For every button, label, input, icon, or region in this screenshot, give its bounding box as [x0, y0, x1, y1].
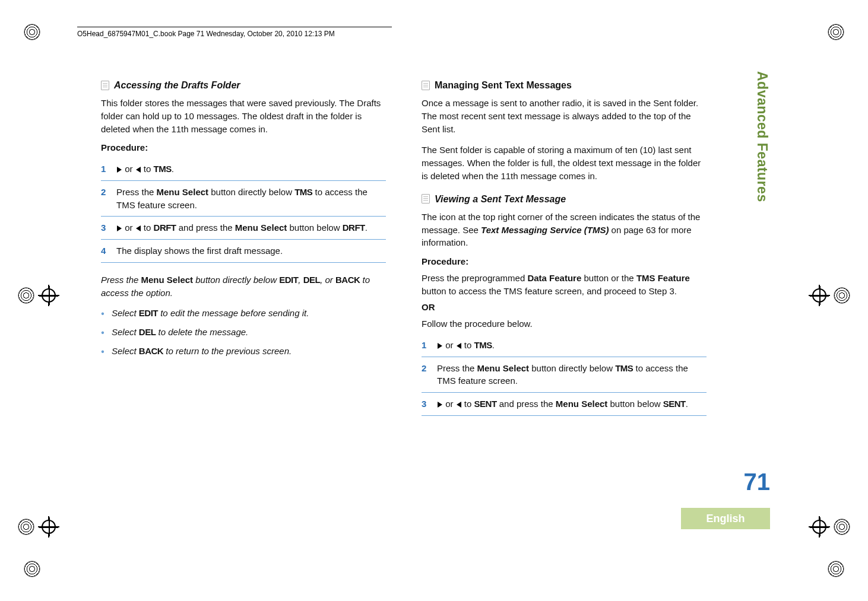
arrow-left-icon: [457, 402, 461, 408]
print-mark-bl: [24, 561, 40, 577]
step-text: Press the Menu Select button directly be…: [437, 362, 707, 388]
print-crosshair-left2: [18, 516, 59, 538]
step-2: 2 Press the Menu Select button directly …: [101, 181, 386, 217]
procedure-steps-left: 1 or to TMS. 2 Press the Menu Select but…: [101, 158, 386, 263]
step-3: 3 or to SENT and press the Menu Select b…: [422, 393, 707, 416]
header-text: O5Head_6875947M01_C.book Page 71 Wednesd…: [77, 30, 335, 38]
heading-text: Managing Sent Text Messages: [435, 78, 572, 92]
arrow-right-icon: [117, 225, 122, 231]
arrow-right-icon: [438, 343, 442, 349]
print-crosshair-right2: [809, 516, 850, 538]
step-2: 2 Press the Menu Select button directly …: [422, 357, 707, 393]
section-heading-view-sent: Viewing a Sent Text Message: [422, 192, 707, 206]
step-text: or to TMS.: [437, 339, 495, 352]
left-column: Accessing the Drafts Folder This folder …: [101, 71, 386, 416]
step-text: or to TMS.: [116, 163, 174, 176]
procedure-steps-right: 1 or to TMS. 2 Press the Menu Select but…: [422, 334, 707, 416]
bullet-back: Select BACK to return to the previous sc…: [101, 342, 386, 361]
step-number: 1: [101, 163, 109, 176]
heading-text: Accessing the Drafts Folder: [114, 78, 240, 92]
procedure-label: Procedure:: [101, 141, 386, 154]
pre-procedure: Press the preprogrammed Data Feature but…: [422, 272, 707, 298]
print-crosshair-left: [18, 285, 59, 306]
step-text: or to DRFT and press the Menu Select but…: [116, 221, 368, 234]
print-crosshair-right: [809, 285, 850, 306]
bullet-del: Select DEL to delete the message.: [101, 323, 386, 342]
procedure-label: Procedure:: [422, 255, 707, 268]
arrow-left-icon: [457, 343, 461, 349]
print-mark-tr: [828, 24, 844, 40]
follow-label: Follow the procedure below.: [422, 317, 707, 330]
page-number: 71: [717, 469, 770, 495]
paragraph: The Sent folder is capable of storing a …: [422, 144, 707, 182]
section-heading-drafts: Accessing the Drafts Folder: [101, 78, 386, 92]
step-text: Press the Menu Select button directly be…: [116, 186, 386, 212]
intro-paragraph: This folder stores the messages that wer…: [101, 97, 386, 135]
step-1: 1 or to TMS.: [422, 334, 707, 357]
step-number: 2: [422, 362, 430, 388]
side-tab-text: Advanced Features: [746, 71, 770, 356]
language-tab: English: [681, 508, 770, 529]
arrow-right-icon: [438, 402, 442, 408]
arrow-left-icon: [136, 167, 141, 173]
option-bullets: Select EDIT to edit the message before s…: [101, 304, 386, 360]
bullet-edit: Select EDIT to edit the message before s…: [101, 304, 386, 323]
step-4: 4 The display shows the first draft mess…: [101, 240, 386, 263]
step-number: 4: [101, 244, 109, 257]
paragraph: Once a message is sent to another radio,…: [422, 97, 707, 135]
step-number: 3: [422, 398, 430, 411]
step-1: 1 or to TMS.: [101, 158, 386, 181]
paragraph: The icon at the top right corner of the …: [422, 211, 707, 249]
language-text: English: [706, 513, 745, 525]
step-text: or to SENT and press the Menu Select but…: [437, 398, 688, 411]
step-number: 2: [101, 186, 109, 212]
section-heading-sent: Managing Sent Text Messages: [422, 78, 707, 92]
document-icon: [422, 194, 430, 203]
step-3: 3 or to DRFT and press the Menu Select b…: [101, 217, 386, 240]
document-icon: [422, 81, 430, 90]
header-print-info: O5Head_6875947M01_C.book Page 71 Wednesd…: [77, 27, 392, 38]
step-number: 3: [101, 221, 109, 234]
step-text: The display shows the first draft messag…: [116, 244, 283, 257]
page-number-box: 71: [717, 469, 770, 495]
step-number: 1: [422, 339, 430, 352]
print-mark-tl: [24, 24, 40, 40]
print-mark-br: [828, 561, 844, 577]
document-icon: [101, 81, 109, 90]
heading-text: Viewing a Sent Text Message: [435, 192, 566, 206]
after-steps-paragraph: Press the Menu Select button directly be…: [101, 274, 386, 300]
right-column: Managing Sent Text Messages Once a messa…: [422, 71, 707, 416]
arrow-left-icon: [136, 225, 141, 231]
or-label: OR: [422, 301, 707, 314]
side-tab: Advanced Features: [746, 71, 770, 356]
arrow-right-icon: [117, 167, 122, 173]
